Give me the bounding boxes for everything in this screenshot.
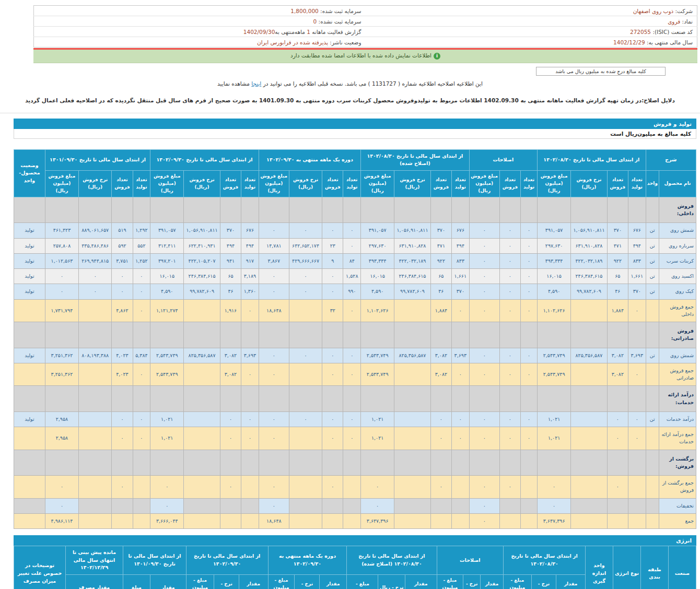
data-cell: ۱,۸۸۴	[430, 299, 451, 322]
info-label: کد صنعت (ISIC):	[651, 29, 693, 35]
data-cell: ۰	[521, 269, 538, 284]
data-cell	[45, 450, 78, 476]
data-cell: ۰	[452, 411, 470, 427]
data-cell	[646, 498, 659, 513]
column-header: مقدار مصرف	[65, 575, 123, 589]
data-cell: ۰	[133, 284, 150, 299]
data-cell	[112, 197, 133, 223]
data-cell: تن	[646, 284, 659, 299]
data-cell	[394, 411, 431, 427]
data-cell: ۳,۶۹۳	[241, 348, 259, 363]
data-cell: ۰	[220, 476, 241, 499]
data-cell: ۹۹,۷۸۲,۶۰۹	[571, 284, 608, 299]
data-cell	[79, 427, 112, 450]
data-cell: ۰	[241, 363, 259, 386]
column-group-header: دوره یک ماهه منتهی به ۱۴۰۲/۰۹/۳۰	[268, 546, 347, 575]
data-cell	[538, 197, 571, 223]
group-header-row: شرحاز ابتدای سال مالی تا تاریخ ۱۴۰۲/۰۸/۳…	[14, 149, 696, 170]
data-cell: ۶۵	[220, 269, 241, 284]
info-label: سال مالی منتهی به:	[645, 39, 693, 45]
data-cell	[220, 386, 241, 412]
table-row: فروش داخلی:	[14, 197, 696, 223]
data-cell: ۳,۲۵۱,۳۶۲	[45, 348, 78, 363]
column-header: نرخ فروش (ریال)	[289, 170, 322, 197]
group-header-row: صنعتطبقه بندینوع انرژیواحد اندازه گیریاز…	[14, 546, 696, 575]
data-cell	[499, 386, 520, 412]
data-cell: ۳,۶۹۳	[452, 348, 470, 363]
column-header: تعداد تولید	[133, 170, 150, 197]
data-cell	[452, 498, 470, 513]
data-cell: ۰	[361, 476, 394, 499]
data-cell: ۰	[220, 427, 241, 450]
column-header: تعداد فروش	[607, 170, 628, 197]
data-cell: ۴,۵۹۰	[150, 284, 184, 299]
data-cell: ۱,۳۶۰	[241, 284, 259, 299]
column-header: مبلغ فروش (میلیون ریال)	[469, 170, 499, 197]
energy-table: صنعتطبقه بندینوع انرژیواحد اندازه گیریاز…	[14, 546, 696, 589]
data-cell	[259, 386, 289, 412]
data-cell: ۳۹۷,۲۰۱	[150, 253, 184, 268]
table-row: جمع فروش صادراتی۰۳,۰۸۲۲,۵۴۳,۷۴۹۰۰۰۰۳,۰۸۲…	[14, 363, 696, 386]
data-cell	[45, 386, 78, 412]
data-cell: ۰	[112, 269, 133, 284]
column-header: واحد	[646, 170, 659, 197]
data-cell: ۳,۸۶۷	[259, 253, 289, 268]
data-cell: ۰	[45, 476, 78, 499]
data-cell: ۰	[521, 348, 538, 363]
data-cell	[394, 450, 431, 476]
data-cell: ۰	[499, 411, 520, 427]
data-cell: ۶۲۲,۴۱۰,۹۳۱	[184, 238, 220, 253]
data-cell	[394, 498, 431, 513]
table-row: تخفیفات۰۰۰۰۰۰	[14, 498, 696, 513]
data-cell: ۶۴۲,۶۵۲,۱۷۴	[289, 238, 322, 253]
data-cell: ۴,۰۲۳	[112, 363, 133, 386]
data-cell: ۰	[259, 348, 289, 363]
data-cell: ۹۹۰	[343, 284, 361, 299]
data-cell: ۴۲۲,۰۳۲,۱۸۹	[571, 253, 608, 268]
company-info-row: نماد: فرویسرمایه ثبت نشده: 0	[34, 16, 697, 27]
row-label-cell: اکسید روی	[659, 269, 696, 284]
column-group-header: دوره یک ماهه منتهی به ۱۴۰۲/۰۹/۳۰	[259, 149, 360, 170]
data-cell: ۰	[499, 476, 520, 499]
company-info-cell: سال مالی منتهی به: 1402/12/29	[366, 37, 697, 48]
data-cell: ۳,۶۶۶,۰۴۴	[150, 513, 184, 528]
column-header: نرخ فروش (ریال)	[394, 170, 431, 197]
data-cell: ۰	[499, 238, 520, 253]
data-cell	[361, 322, 394, 348]
data-cell: ۴۹۴	[220, 238, 241, 253]
info-value: پذیرفته شده در فرابورس ایران	[257, 39, 328, 45]
data-cell	[184, 498, 220, 513]
data-cell	[430, 498, 451, 513]
row-label-cell: شمش روی	[659, 223, 696, 238]
column-group-header: اصلاحات	[437, 546, 504, 575]
column-group-header: واحد اندازه گیری	[586, 546, 613, 589]
data-cell	[521, 197, 538, 223]
data-cell	[112, 498, 133, 513]
company-info-cell: شرکت: ذوب روی اصفهان	[366, 6, 697, 16]
column-header: نرخ - ریال	[531, 575, 556, 589]
data-cell	[646, 476, 659, 499]
revision-note-tail: مشاهده نمایید	[217, 80, 251, 87]
column-header: تعداد فروش	[322, 170, 343, 197]
data-cell: تولید	[14, 253, 45, 268]
data-cell: ۰	[452, 427, 470, 450]
data-cell: ۴۲۲,۱۰۵,۲۰۷	[184, 253, 220, 268]
data-cell: ۹۲۲	[430, 253, 451, 268]
data-cell	[184, 450, 220, 476]
data-cell	[289, 450, 322, 476]
data-cell	[322, 386, 343, 412]
data-cell	[343, 498, 361, 513]
data-cell	[112, 450, 133, 476]
data-cell	[452, 476, 470, 499]
column-header: نرخ فروش (ریال)	[571, 170, 608, 197]
data-cell: ۶۳۱,۹۱۰,۸۲۸	[394, 238, 431, 253]
data-cell	[112, 386, 133, 412]
data-cell: ۳۱۲,۴۱۱	[150, 238, 184, 253]
data-cell: ۴۷۱	[430, 238, 451, 253]
data-cell	[133, 322, 150, 348]
data-cell	[452, 450, 470, 476]
previous-version-link[interactable]: اینجا	[251, 80, 261, 87]
data-cell	[79, 322, 112, 348]
data-cell: ۳۲	[322, 299, 343, 322]
data-cell: تن	[646, 269, 659, 284]
